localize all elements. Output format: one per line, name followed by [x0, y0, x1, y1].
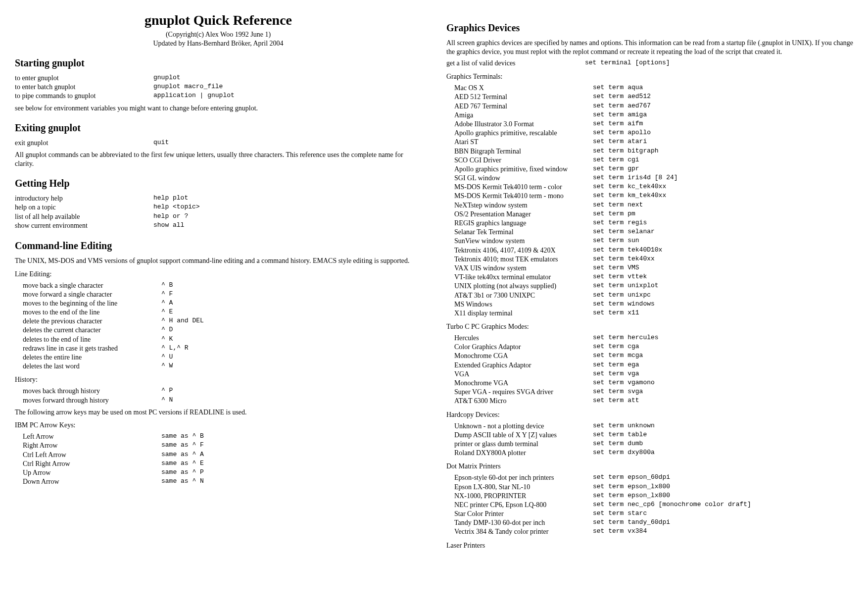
row-command: help plot [153, 194, 188, 203]
table-row: Selanar Tek Terminalset term selanar [446, 228, 853, 237]
row-label: Apollo graphics primitive, rescalable [446, 129, 593, 138]
table-row: NeXTstep window systemset term next [446, 201, 853, 210]
arrow-keys-label: IBM PC Arrow Keys: [15, 421, 422, 429]
table-row: MS-DOS Kermit Tek4010 term - monoset ter… [446, 192, 853, 201]
row-command: set term aqua [593, 84, 643, 93]
starting-note: see below for environment variables you … [15, 104, 422, 113]
table-row: list of all help availablehelp or ? [15, 212, 422, 221]
table-row: printer or glass dumb terminalset term d… [446, 440, 853, 449]
row-command: set term sun [593, 237, 639, 246]
table-row: Tektronix 4010; most TEK emulatorsset te… [446, 255, 853, 264]
table-row: Right Arrowsame as ^ F [15, 441, 422, 450]
table-row: BBN Bitgraph Terminalset term bitgraph [446, 147, 853, 156]
row-command: ^ P [161, 387, 173, 396]
row-command: set term windows [593, 300, 655, 309]
row-label: SunView window system [446, 237, 593, 246]
row-command: ^ H and DEL [161, 317, 204, 326]
table-row: Star Color Printerset term starc [446, 510, 853, 518]
row-label: move back a single character [15, 281, 161, 290]
row-command: set term svga [593, 388, 643, 397]
row-label: BBN Bitgraph Terminal [446, 147, 593, 156]
table-row: SunView window systemset term sun [446, 237, 853, 246]
row-label: Atari ST [446, 138, 593, 147]
row-command: set term mcga [593, 352, 643, 360]
row-label: move forward a single character [15, 290, 161, 299]
table-row: Dump ASCII table of X Y [Z] valuesset te… [446, 431, 853, 440]
page-title: gnuplot Quick Reference [15, 12, 422, 28]
row-label: list of all help available [15, 212, 153, 221]
table-row: Herculesset term hercules [446, 334, 853, 343]
cmdline-intro: The UNIX, MS-DOS and VMS versions of gnu… [15, 256, 422, 265]
row-label: Star Color Printer [446, 510, 593, 518]
table-row: REGIS graphics languageset term regis [446, 219, 853, 228]
row-label: moves to the end of the line [15, 308, 161, 317]
row-label: Vectrix 384 & Tandy color printer [446, 527, 593, 536]
heading-cmdline: Command-line Editing [15, 240, 422, 252]
table-row: moves forward through history^ N [15, 396, 422, 405]
row-command: same as ^ B [161, 432, 204, 441]
row-command: set term kc_tek40xx [593, 183, 666, 192]
row-command: set term ega [593, 361, 639, 370]
table-row: moves to the end of the line^ E [15, 308, 422, 317]
table-row: Tandy DMP-130 60-dot per inchset term ta… [446, 518, 853, 527]
row-command: same as ^ E [161, 460, 204, 468]
row-label: X11 display terminal [446, 309, 593, 318]
line-editing-label: Line Editing: [15, 270, 422, 278]
table-row: to enter batch gnuplotgnuplot macro_file [15, 83, 422, 92]
row-command: same as ^ P [161, 468, 204, 477]
table-row: Apollo graphics primitive, fixed windows… [446, 165, 853, 174]
table-row: delete the previous character^ H and DEL [15, 317, 422, 326]
row-label: moves to the beginning of the line [15, 299, 161, 308]
row-label: Monochrome CGA [446, 352, 593, 360]
row-label: Tektronix 4106, 4107, 4109 & 420X [446, 246, 593, 255]
list-devices-label: get a list of valid devices [446, 59, 585, 68]
table-row: Adobe Illustrator 3.0 Formatset term aif… [446, 120, 853, 129]
row-label: Color Graphics Adaptor [446, 343, 593, 352]
heading-graphics: Graphics Devices [446, 22, 853, 34]
row-label: Apollo graphics primitive, fixed window [446, 165, 593, 174]
list-devices-cmd: set terminal [options] [585, 59, 670, 68]
row-label: AT&T 3b1 or 7300 UNIXPC [446, 291, 593, 300]
table-row: show current environmentshow all [15, 221, 422, 230]
table-row: AT&T 3b1 or 7300 UNIXPCset term unixpc [446, 291, 853, 300]
row-command: ^ L,^ R [161, 344, 189, 353]
row-command: show all [153, 221, 184, 230]
row-command: gnuplot [153, 74, 181, 83]
row-label: introductory help [15, 194, 153, 203]
table-row: VAX UIS window systemset term VMS [446, 264, 853, 273]
row-command: same as ^ F [161, 441, 204, 450]
row-command: set term unixplot [593, 282, 659, 291]
row-label: Dump ASCII table of X Y [Z] values [446, 431, 593, 440]
table-row: SCO CGI Driverset term cgi [446, 156, 853, 165]
row-command: set term vx384 [593, 527, 647, 536]
row-command: set term epson_60dpi [593, 473, 670, 482]
table-row: Super VGA - requires SVGA driverset term… [446, 388, 853, 397]
row-label: Up Arrow [15, 468, 161, 477]
row-label: Ctrl Right Arrow [15, 460, 161, 468]
turbo-label: Turbo C PC Graphics Modes: [446, 323, 853, 331]
row-command: set term gpr [593, 165, 639, 174]
row-command: same as ^ N [161, 477, 204, 486]
table-row: Unknown - not a plotting deviceset term … [446, 422, 853, 431]
row-label: to pipe commands to gnuplot [15, 92, 153, 101]
table-row: Atari STset term atari [446, 138, 853, 147]
exiting-rows: exit gnuplotquit [15, 139, 422, 148]
laser-label: Laser Printers [446, 542, 853, 550]
table-row: Monochrome VGAset term vgamono [446, 379, 853, 388]
table-row: deletes to the end of line^ K [15, 335, 422, 344]
row-command: set term pm [593, 210, 635, 219]
row-label: Amiga [446, 111, 593, 120]
row-command: ^ E [161, 308, 173, 317]
row-label: NeXTstep window system [446, 201, 593, 210]
row-label: REGIS graphics language [446, 219, 593, 228]
row-command: set term att [593, 397, 639, 406]
row-label: deletes the entire line [15, 353, 161, 362]
row-command: ^ D [161, 326, 173, 335]
row-command: gnuplot macro_file [153, 83, 223, 92]
table-row: exit gnuplotquit [15, 139, 422, 148]
row-command: set term iris4d [8 24] [593, 174, 678, 183]
row-command: set term starc [593, 510, 647, 518]
row-command: set term x11 [593, 309, 639, 318]
row-label: AED 767 Terminal [446, 102, 593, 111]
row-label: VAX UIS window system [446, 264, 593, 273]
